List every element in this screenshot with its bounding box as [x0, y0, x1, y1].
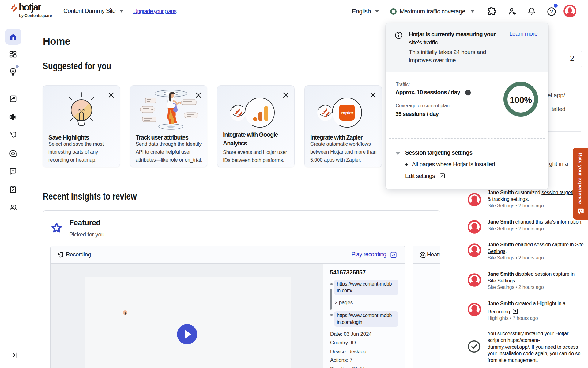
svg-text:zapier: zapier [341, 110, 353, 115]
svg-text:?: ? [550, 9, 553, 15]
